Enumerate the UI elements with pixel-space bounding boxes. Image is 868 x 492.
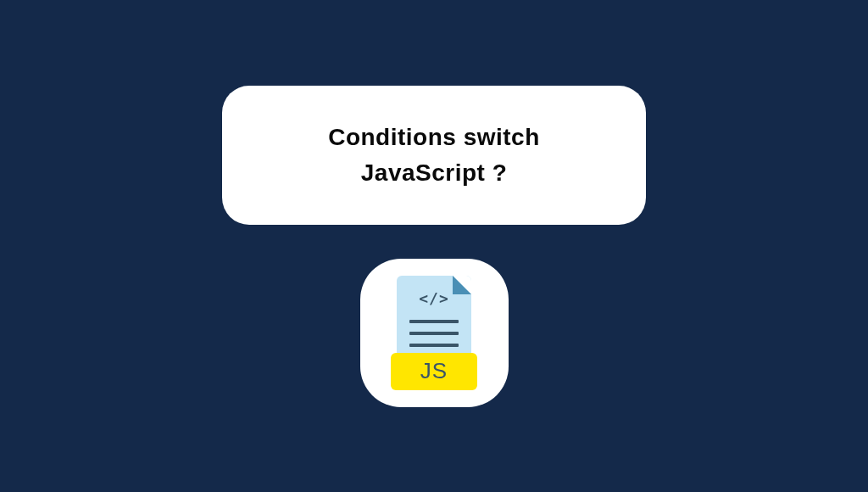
title-card: Conditions switch JavaScript ?: [222, 86, 646, 225]
title-line-2: JavaScript ?: [361, 159, 508, 186]
title-text: Conditions switch JavaScript ?: [273, 120, 595, 191]
js-badge: JS: [391, 353, 477, 390]
document-line: [409, 344, 459, 347]
js-badge-text: JS: [420, 358, 448, 384]
js-file-icon: </> JS: [387, 276, 481, 390]
js-icon-tile: </> JS: [360, 259, 509, 407]
document-line: [409, 320, 459, 323]
document-line: [409, 332, 459, 335]
document-corner-fold: [453, 276, 471, 294]
code-symbol-icon: </>: [419, 289, 449, 307]
document-icon: </>: [397, 276, 471, 365]
title-line-1: Conditions switch: [328, 124, 540, 150]
